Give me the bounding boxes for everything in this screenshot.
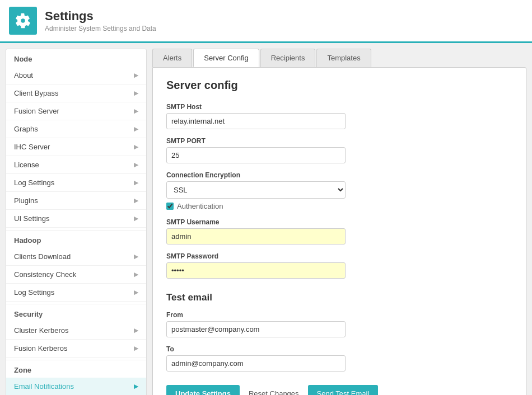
authentication-checkbox[interactable] — [166, 203, 174, 210]
chevron-right-icon: ▶ — [134, 289, 138, 296]
sidebar-item-label: Plugins — [14, 196, 38, 205]
sidebar-item-label: Email Notifications — [14, 382, 74, 391]
connection-encryption-group: Connection Encryption NoneSSLTLSSTARTTLS… — [166, 171, 512, 210]
chevron-right-icon: ▶ — [134, 125, 138, 133]
send-test-email-button[interactable]: Send Test Email — [308, 385, 379, 395]
sidebar-item[interactable]: Log Settings▶ — [6, 174, 146, 192]
reset-changes-button[interactable]: Reset Changes — [246, 385, 301, 395]
tab-templates[interactable]: Templates — [316, 49, 371, 67]
sidebar-item-label: Log Settings — [14, 178, 54, 187]
smtp-password-group: SMTP Password — [166, 252, 512, 279]
settings-icon — [9, 7, 37, 35]
encryption-select[interactable]: NoneSSLTLSSTARTTLS — [166, 181, 346, 199]
sidebar-item-label: Log Settings — [14, 288, 54, 297]
app-container: Settings Administer System Settings and … — [0, 0, 532, 395]
chevron-right-icon: ▶ — [134, 72, 138, 79]
main-layout: NodeAbout▶Client Bypass▶Fusion Server▶Gr… — [0, 43, 532, 395]
sidebar-item-label: Graphs — [14, 125, 38, 133]
chevron-right-icon: ▶ — [134, 143, 138, 151]
sidebar-section-header: Node — [6, 49, 146, 67]
chevron-right-icon: ▶ — [134, 271, 138, 278]
tab-recipients[interactable]: Recipients — [260, 49, 316, 67]
sidebar-item[interactable]: Consistency Check▶ — [6, 266, 146, 284]
sidebar-item-label: Consistency Check — [14, 270, 76, 279]
sidebar-section-header: Security — [6, 304, 146, 322]
smtp-port-label: SMTP PORT — [166, 137, 512, 145]
tab-alerts[interactable]: Alerts — [152, 49, 192, 67]
update-settings-button[interactable]: Update Settings — [166, 385, 240, 395]
header-text: Settings Administer System Settings and … — [45, 9, 156, 32]
sidebar-item[interactable]: License▶ — [6, 156, 146, 174]
content-area: AlertsServer ConfigRecipientsTemplates S… — [152, 49, 526, 395]
sidebar-item-label: About — [14, 71, 33, 79]
connection-encryption-label: Connection Encryption — [166, 171, 512, 179]
smtp-password-label: SMTP Password — [166, 252, 512, 260]
sidebar-item[interactable]: Clients Download▶ — [6, 248, 146, 266]
sidebar-item[interactable]: Email Notifications▶ — [6, 378, 146, 395]
chevron-right-icon: ▶ — [134, 253, 138, 260]
sidebar-item-label: Clients Download — [14, 252, 71, 261]
app-header: Settings Administer System Settings and … — [0, 0, 532, 43]
sidebar-section-header: Hadoop — [6, 230, 146, 248]
chevron-right-icon: ▶ — [134, 197, 138, 204]
sidebar: NodeAbout▶Client Bypass▶Fusion Server▶Gr… — [6, 49, 147, 395]
smtp-port-input[interactable] — [166, 147, 346, 163]
main-panel: Server config SMTP Host SMTP PORT Connec… — [152, 67, 526, 395]
chevron-right-icon: ▶ — [134, 90, 138, 97]
chevron-right-icon: ▶ — [134, 215, 138, 222]
sidebar-item[interactable]: Fusion Kerberos▶ — [6, 340, 146, 358]
smtp-username-label: SMTP Username — [166, 218, 512, 226]
smtp-port-group: SMTP PORT — [166, 137, 512, 163]
action-buttons: Update Settings Reset Changes Send Test … — [166, 385, 512, 395]
smtp-username-group: SMTP Username — [166, 218, 512, 244]
sidebar-item[interactable]: Graphs▶ — [6, 120, 146, 138]
sidebar-item[interactable]: Log Settings▶ — [6, 284, 146, 302]
smtp-host-input[interactable] — [166, 113, 346, 129]
from-label: From — [166, 311, 512, 319]
authentication-row: Authentication — [166, 202, 512, 210]
tab-server-config[interactable]: Server Config — [193, 49, 259, 67]
sidebar-item-label: Fusion Server — [14, 107, 59, 115]
sidebar-item[interactable]: IHC Server▶ — [6, 138, 146, 156]
sidebar-item-label: Cluster Kerberos — [14, 326, 69, 335]
to-label: To — [166, 345, 512, 353]
sidebar-item[interactable]: UI Settings▶ — [6, 210, 146, 228]
sidebar-item[interactable]: About▶ — [6, 67, 146, 84]
page-title: Settings — [45, 9, 156, 23]
to-input[interactable] — [166, 355, 346, 372]
chevron-right-icon: ▶ — [134, 345, 138, 352]
panel-title: Server config — [166, 79, 512, 92]
sidebar-item[interactable]: Client Bypass▶ — [6, 84, 146, 102]
sidebar-item-label: Fusion Kerberos — [14, 344, 67, 352]
sidebar-item-label: UI Settings — [14, 214, 50, 223]
sidebar-item[interactable]: Fusion Server▶ — [6, 102, 146, 120]
chevron-right-icon: ▶ — [134, 107, 138, 115]
tab-bar: AlertsServer ConfigRecipientsTemplates — [152, 49, 526, 67]
smtp-host-label: SMTP Host — [166, 103, 512, 111]
sidebar-item-label: Client Bypass — [14, 89, 58, 97]
to-group: To — [166, 345, 512, 372]
authentication-label: Authentication — [177, 202, 223, 210]
page-subtitle: Administer System Settings and Data — [45, 25, 156, 32]
smtp-password-input[interactable] — [166, 262, 346, 279]
chevron-right-icon: ▶ — [134, 383, 138, 390]
smtp-username-input[interactable] — [166, 228, 346, 244]
chevron-right-icon: ▶ — [134, 179, 138, 186]
sidebar-item-label: License — [14, 161, 39, 169]
chevron-right-icon: ▶ — [134, 161, 138, 168]
chevron-right-icon: ▶ — [134, 327, 138, 334]
sidebar-section-header: Zone — [6, 360, 146, 378]
sidebar-item-label: IHC Server — [14, 143, 50, 151]
sidebar-item[interactable]: Plugins▶ — [6, 192, 146, 210]
sidebar-item[interactable]: Cluster Kerberos▶ — [6, 322, 146, 340]
test-email-title: Test email — [166, 292, 512, 303]
smtp-host-group: SMTP Host — [166, 103, 512, 129]
from-group: From — [166, 311, 512, 337]
from-input[interactable] — [166, 321, 346, 337]
